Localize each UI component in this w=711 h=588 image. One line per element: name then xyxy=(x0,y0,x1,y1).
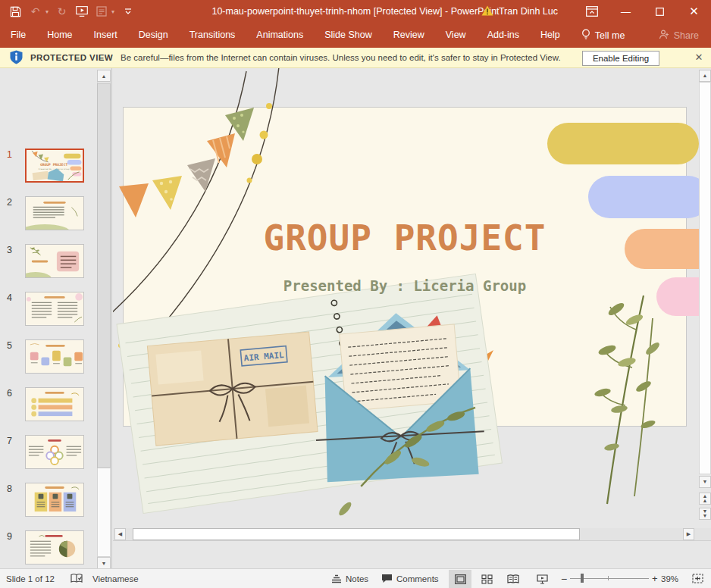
view-reading-button[interactable] xyxy=(502,570,525,588)
tab-help[interactable]: Help xyxy=(530,23,571,48)
account-name: Tran Dinh Luc xyxy=(499,6,558,17)
maximize-button[interactable] xyxy=(643,0,677,23)
slide-thumbnail-8[interactable] xyxy=(25,483,84,517)
view-slide-sorter-button[interactable] xyxy=(475,570,498,588)
panel-scroll-up-icon[interactable]: ▲ xyxy=(97,70,111,82)
slide-subtitle[interactable]: Presented By : Liceria Group xyxy=(123,277,687,294)
slide-thumbnail-1[interactable]: GROUP PROJECT Presented By : Liceria Gro… xyxy=(25,149,84,183)
language-selector[interactable]: Vietnamese xyxy=(92,569,139,588)
banner-label: PROTECTED VIEW xyxy=(30,53,113,62)
panel-scroll-down-icon[interactable]: ▼ xyxy=(97,557,111,568)
thumb-number: 5 xyxy=(7,340,20,351)
view-normal-button[interactable] xyxy=(449,570,471,588)
thumb-number: 9 xyxy=(7,531,20,542)
zoom-in-button[interactable]: + xyxy=(652,569,658,588)
slide-thumbnail-2[interactable] xyxy=(25,196,84,230)
minimize-button[interactable]: — xyxy=(609,0,643,23)
account-chip[interactable]: Tran Dinh Luc xyxy=(481,5,558,18)
next-slide-button[interactable]: ▼▼ xyxy=(699,508,711,520)
slide-thumbnail-9[interactable] xyxy=(25,530,84,565)
tab-slideshow[interactable]: Slide Show xyxy=(314,23,383,48)
ribbon-display-options-icon[interactable] xyxy=(575,0,609,23)
hscroll-thumb[interactable] xyxy=(133,528,580,540)
thumb-number: 1 xyxy=(7,149,20,160)
tab-home[interactable]: Home xyxy=(36,23,83,48)
zoom-slider[interactable] xyxy=(570,569,649,588)
thumb-number: 2 xyxy=(7,197,20,208)
previous-slide-button[interactable]: ▲▲ xyxy=(699,493,711,505)
banner-close-icon[interactable]: ✕ xyxy=(693,52,705,64)
vscroll-down-icon[interactable]: ▼ xyxy=(699,476,711,488)
slide-thumbnail-3[interactable] xyxy=(25,244,84,278)
title-bar: ↶ ▾ ↻ ▾ 10-mau-powerpoint-thuyet-trinh-n… xyxy=(0,0,711,23)
slide-thumbnail-7[interactable] xyxy=(25,435,84,469)
fit-slide-to-window-button[interactable] xyxy=(692,569,703,588)
comments-button[interactable]: Comments xyxy=(381,569,439,588)
slide-surface[interactable] xyxy=(123,107,687,427)
enable-editing-button[interactable]: Enable Editing xyxy=(582,51,659,66)
lightbulb-icon xyxy=(581,29,590,42)
tab-animations[interactable]: Animations xyxy=(246,23,314,48)
thumb-number: 4 xyxy=(7,292,20,303)
share-button[interactable]: Share xyxy=(659,23,699,48)
notes-button[interactable]: Notes xyxy=(331,569,368,588)
share-person-icon xyxy=(659,30,669,42)
info-shield-icon xyxy=(10,50,23,66)
tab-review[interactable]: Review xyxy=(383,23,435,48)
zoom-out-button[interactable]: − xyxy=(561,569,567,588)
slide-thumbnail-panel: 1 GROUP PROJECT Presented By : Liceria G… xyxy=(0,68,112,568)
slide-thumbnail-4[interactable] xyxy=(25,292,84,326)
ribbon-tab-bar: File Home Insert Design Transitions Anim… xyxy=(0,23,711,48)
banner-message: Be careful—files from the Internet can c… xyxy=(121,53,560,62)
svg-text:GROUP PROJECT: GROUP PROJECT xyxy=(40,163,68,167)
thumb-number: 8 xyxy=(7,483,20,494)
slide-thumbnail-5[interactable] xyxy=(25,339,84,374)
view-slideshow-button[interactable] xyxy=(531,570,553,588)
warning-icon xyxy=(481,5,493,18)
zoom-level[interactable]: 39% xyxy=(661,569,678,588)
hscroll-right-icon[interactable]: ▶ xyxy=(683,528,694,540)
tab-addins[interactable]: Add-ins xyxy=(477,23,530,48)
vscroll-thumb[interactable] xyxy=(699,82,711,474)
hscroll-left-icon[interactable]: ◀ xyxy=(114,528,126,540)
notes-pane-collapsed xyxy=(113,540,711,568)
thumb-number: 3 xyxy=(7,245,20,255)
tab-file[interactable]: File xyxy=(0,23,36,48)
horizontal-scrollbar[interactable]: ◀ ▶ xyxy=(113,528,711,540)
vscroll-up-icon[interactable]: ▲ xyxy=(699,70,711,82)
thumb-number: 7 xyxy=(7,436,20,446)
slide-title[interactable]: GROUP PROJECT xyxy=(123,217,687,258)
protected-view-banner: PROTECTED VIEW Be careful—files from the… xyxy=(0,48,711,68)
zoom-slider-thumb[interactable] xyxy=(581,574,584,583)
tab-insert[interactable]: Insert xyxy=(83,23,128,48)
tab-view[interactable]: View xyxy=(435,23,477,48)
slide-thumbnail-6[interactable] xyxy=(25,387,84,421)
tab-transitions[interactable]: Transitions xyxy=(179,23,246,48)
slide-counter: Slide 1 of 12 xyxy=(6,569,55,588)
panel-scrollbar-thumb[interactable] xyxy=(97,83,111,468)
tell-me-box[interactable]: Tell me xyxy=(571,29,636,42)
tab-design[interactable]: Design xyxy=(128,23,179,48)
spellcheck-icon[interactable] xyxy=(70,569,83,588)
status-bar: Slide 1 of 12 Vietnamese Notes Comments … xyxy=(0,568,711,588)
slide-editor-canvas[interactable]: AIR MAIL xyxy=(113,68,711,528)
close-button[interactable]: ✕ xyxy=(677,0,711,23)
thumb-number: 6 xyxy=(7,388,20,399)
